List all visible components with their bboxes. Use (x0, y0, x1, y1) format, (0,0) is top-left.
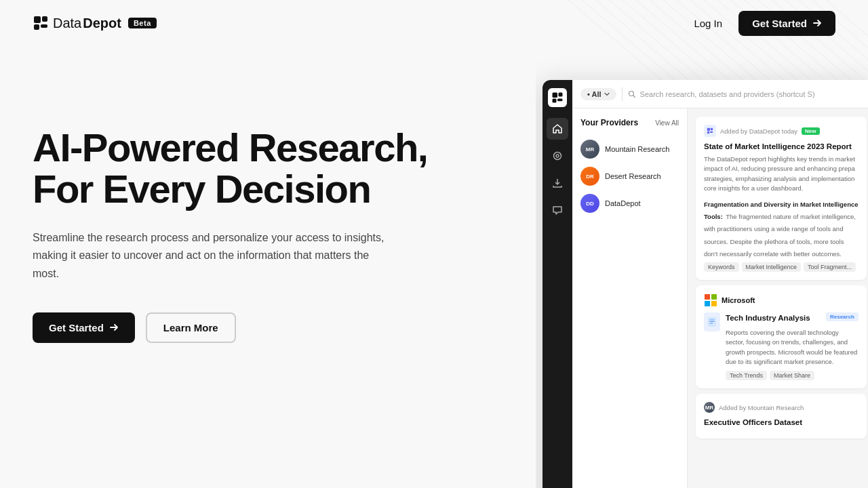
research-badge: Research (826, 312, 859, 321)
card-provider-avatar: MR (704, 402, 715, 413)
provider-item[interactable]: MR Mountain Research (580, 136, 679, 163)
get-started-label: Get Started (49, 322, 104, 333)
svg-rect-31 (707, 128, 710, 131)
card-tags-microsoft: Tech Trends Market Share (726, 371, 859, 380)
search-icon (628, 90, 636, 98)
sidebar-icon-bookmark[interactable] (547, 145, 568, 167)
card-company-header: Microsoft (704, 293, 859, 307)
company-name-microsoft: Microsoft (722, 296, 755, 304)
app-screenshot-container: • All Search research, datasets and prov… (536, 46, 868, 488)
logo: DataDepot (33, 15, 121, 31)
feed-card-mountain: MR Added by Mountain Research Executive … (696, 394, 867, 439)
app-search-bar: • All Search research, datasets and prov… (572, 80, 868, 108)
nav-get-started-button[interactable]: Get Started (738, 11, 835, 36)
card-meta-text: Added by DataDepot today (720, 127, 797, 135)
get-started-button[interactable]: Get Started (33, 312, 135, 343)
svg-rect-24 (553, 93, 558, 98)
providers-title: Your Providers (580, 118, 638, 127)
search-divider (622, 87, 623, 101)
provider-item[interactable]: DR Desert Research (580, 163, 679, 190)
svg-rect-36 (711, 294, 717, 300)
sub-card-microsoft: Tech Industry Analysis Research Reports … (704, 312, 859, 380)
learn-more-button[interactable]: Learn More (146, 312, 236, 343)
beta-badge: Beta (128, 18, 157, 28)
svg-rect-32 (711, 128, 713, 130)
card-tag: Market Share (770, 371, 814, 380)
hero-title-line2: For Every Decision (33, 167, 370, 211)
card-tag: Tech Trends (726, 371, 767, 380)
app-sidebar-logo (548, 88, 567, 107)
svg-point-28 (554, 152, 561, 160)
app-content: Your Providers View All MR Mountain Rese… (572, 108, 868, 488)
svg-rect-39 (709, 318, 715, 326)
hero-title: AI-Powered Research, For Every Decision (33, 127, 473, 210)
app-screenshot: • All Search research, datasets and prov… (542, 80, 868, 488)
hero-subtitle: Streamline the research process and pers… (33, 229, 385, 283)
microsoft-logo (704, 293, 717, 307)
logo-depot: Depot (83, 16, 121, 31)
card-title-mountain: Executive Officers Dataset (704, 417, 859, 428)
login-button[interactable]: Log In (694, 18, 722, 29)
navbar-left: DataDepot Beta (33, 15, 157, 31)
provider-avatar-mountain: MR (580, 140, 599, 159)
svg-rect-25 (559, 93, 563, 97)
sidebar-icon-home[interactable] (547, 118, 568, 140)
svg-rect-22 (34, 24, 39, 30)
provider-name-datadepot: DataDepot (605, 199, 641, 207)
svg-rect-26 (553, 99, 557, 103)
filter-label: • All (587, 90, 601, 98)
logo-data: Data (53, 16, 81, 31)
provider-avatar-desert: DR (580, 167, 599, 186)
card-tag: Keywords (704, 262, 739, 272)
card-title-report1: State of Market Intelligence 2023 Report (704, 141, 859, 152)
feed-card-microsoft: Microsoft (696, 285, 867, 388)
main-content: AI-Powered Research, For Every Decision … (0, 46, 868, 488)
svg-point-29 (556, 155, 559, 157)
svg-rect-34 (710, 131, 713, 133)
sub-card-desc: Reports covering the overall technology … (726, 328, 859, 367)
content-feed: Added by DataDepot today New State of Ma… (688, 108, 868, 488)
search-placeholder-text: Search research, datasets and providers … (640, 90, 815, 98)
sub-card-title: Tech Industry Analysis (726, 312, 810, 323)
svg-rect-38 (711, 301, 717, 306)
card-desc-report1: The DataDepot report highlights key tren… (704, 155, 859, 193)
hero-title-line1: AI-Powered Research, (33, 125, 427, 169)
provider-avatar-datadepot: DD (580, 194, 599, 213)
provider-item[interactable]: DD DataDepot (580, 190, 679, 217)
navbar-right: Log In Get Started (694, 11, 835, 36)
svg-point-30 (629, 91, 633, 96)
svg-rect-27 (557, 99, 563, 102)
sidebar-icon-download[interactable] (547, 172, 568, 194)
sub-card-content: Tech Industry Analysis Research Reports … (726, 312, 859, 380)
arrow-right-icon (812, 18, 822, 28)
card-tag: Tool Fragment... (804, 262, 856, 272)
hero-section: AI-Powered Research, For Every Decision … (33, 87, 473, 343)
card-new-badge: New (802, 127, 819, 135)
svg-rect-23 (41, 24, 47, 28)
svg-rect-20 (34, 16, 41, 23)
card-tags-report1: Keywords Market Intelligence Tool Fragme… (704, 262, 859, 272)
hero-buttons: Get Started Learn More (33, 312, 473, 343)
svg-rect-33 (707, 131, 709, 134)
view-all-link[interactable]: View All (655, 119, 679, 127)
card-meta-mountain: MR Added by Mountain Research (704, 402, 859, 413)
svg-rect-35 (705, 294, 710, 300)
card-tag: Market Intelligence (742, 262, 802, 272)
svg-rect-37 (705, 301, 710, 306)
providers-header: Your Providers View All (580, 118, 679, 127)
get-started-arrow-icon (109, 323, 119, 332)
search-input-area[interactable]: Search research, datasets and providers … (628, 90, 867, 98)
app-main: • All Search research, datasets and prov… (572, 80, 868, 488)
chevron-down-icon (604, 92, 610, 97)
card-source-icon (704, 125, 716, 137)
feed-card-report: Added by DataDepot today New State of Ma… (696, 117, 867, 280)
svg-rect-21 (42, 16, 47, 22)
filter-pill[interactable]: • All (580, 88, 616, 100)
provider-name-mountain: Mountain Research (605, 145, 669, 153)
provider-name-desert: Desert Research (605, 172, 661, 180)
providers-panel: Your Providers View All MR Mountain Rese… (572, 108, 688, 488)
nav-get-started-label: Get Started (752, 18, 807, 29)
sidebar-icon-message[interactable] (547, 199, 568, 221)
doc-icon (704, 312, 720, 331)
navbar: DataDepot Beta Log In Get Started (0, 0, 868, 46)
